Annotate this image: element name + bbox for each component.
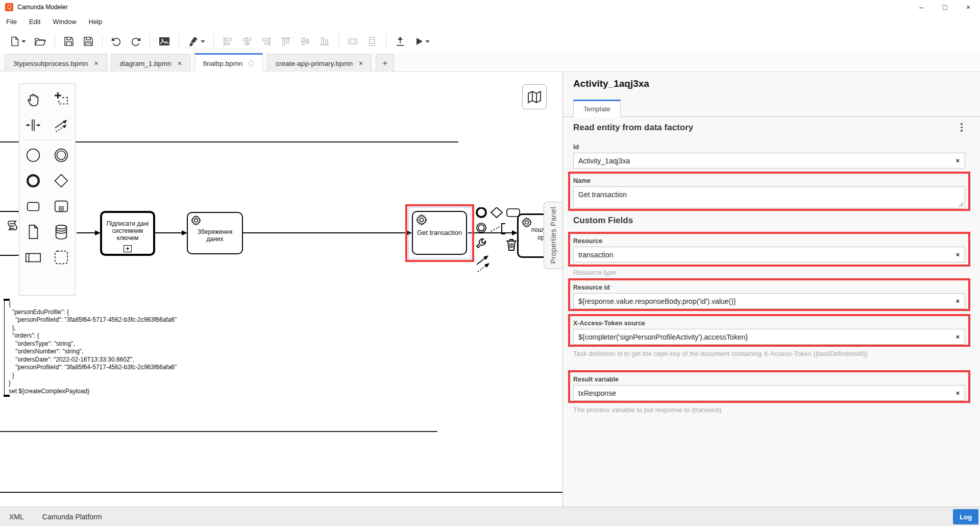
status-engine-platform[interactable]: Camunda Platform [42,513,102,521]
hand-tool[interactable] [19,87,47,112]
maximize-button[interactable]: □ [933,0,957,14]
save-icon[interactable] [61,34,77,49]
field-group-resource-highlighted: Resource transaction × [568,232,970,267]
append-text-annotation-icon[interactable] [491,224,505,234]
tab-3typessubprocess[interactable]: 3typessubprocess.bpmn × [5,54,107,72]
status-xml-toggle[interactable]: XML [9,513,24,521]
tab-create-app-primary[interactable]: create-app-primary.bpmn × [267,54,372,72]
global-connect-tool[interactable] [47,112,76,138]
new-tab-button[interactable]: + [376,54,394,72]
minimize-button[interactable]: – [910,0,933,14]
deploy-icon[interactable] [392,34,408,49]
token-source-input[interactable]: ${completer('signPersonProfileActivity')… [573,329,965,345]
space-tool[interactable] [19,112,47,138]
undo-icon[interactable] [108,34,125,49]
clear-icon[interactable]: × [955,389,960,397]
tab-close-icon[interactable]: × [94,59,98,67]
id-input[interactable]: Activity_1aqj3xa × [573,153,965,169]
create-intermediate-event[interactable] [47,142,76,168]
create-subprocess[interactable] [47,194,76,219]
close-button[interactable]: × [957,0,980,14]
create-task[interactable] [19,194,47,219]
format-brush-caret-icon [201,40,205,43]
save-as-icon[interactable] [80,34,96,49]
format-brush-icon[interactable] [185,34,208,49]
selection-highlight-red: Get transaction [405,204,474,262]
align-horizontal-middle-icon[interactable] [297,34,313,49]
task-label: Get transaction [413,229,466,236]
service-task-gear-icon [415,214,428,226]
properties-panel-toggle[interactable]: Properties Panel [544,202,562,269]
append-gateway-icon[interactable] [491,207,502,218]
resource-input[interactable]: transaction × [573,247,965,262]
task-get-transaction-selected[interactable]: Get transaction [412,211,467,255]
align-vertical-center-icon[interactable] [239,34,255,49]
result-variable-input[interactable]: txResponse × [573,385,965,401]
log-button[interactable]: Log [953,509,978,524]
change-type-wrench-icon[interactable] [477,239,485,248]
create-start-event[interactable] [19,142,47,168]
task-pidpysaty-dani[interactable]: Підписати дані системним ключем + [100,211,155,256]
create-end-event[interactable] [19,168,47,194]
element-id-heading: Activity_1aqj3xa [573,78,649,89]
create-data-store[interactable] [47,219,76,245]
create-gateway[interactable] [47,168,76,194]
template-menu-kebab-icon[interactable] [957,123,966,133]
menu-file[interactable]: File [6,18,17,26]
clear-icon[interactable]: × [955,251,960,258]
status-bar: XML Camunda Platform Log [0,507,980,526]
menu-edit[interactable]: Edit [29,18,40,26]
sequence-flows [0,72,562,507]
menu-window[interactable]: Window [53,18,76,26]
connect-tool-icon[interactable] [477,255,489,272]
task-zberezhennia-danykh[interactable]: Збереження даних [187,212,243,254]
tab-label: 3typessubprocess.bpmn [13,60,88,67]
new-file-caret-icon [21,40,26,43]
tab-diagram-1[interactable]: diagram_1.bpmn × [111,54,191,72]
create-participant[interactable] [19,245,47,270]
task-label-line: ключем [102,234,153,242]
resource-id-input[interactable]: ${response.value.responseBody.prop('id')… [573,293,965,309]
append-task-icon[interactable] [507,209,520,217]
tab-close-icon[interactable]: × [178,59,182,67]
title-bar: Camunda Modeler – □ × [0,0,980,14]
align-top-icon[interactable] [278,34,294,49]
new-file-icon[interactable] [7,34,29,49]
redo-icon[interactable] [128,34,144,49]
text-annotation[interactable]: { "personEduProfile": { "personProfileId… [9,300,177,395]
play-icon[interactable] [411,35,432,48]
bpmn-canvas[interactable]: Підписати дані системним ключем + Збереж… [0,72,562,507]
task-label-line: Підписати дані [102,220,153,227]
clear-icon[interactable]: × [955,157,960,164]
tab-close-icon[interactable]: × [359,59,363,67]
distribute-vertically-icon[interactable] [364,34,380,49]
open-folder-icon[interactable] [32,34,49,49]
name-textarea[interactable]: Get transaction [573,186,965,208]
minimap-toggle[interactable] [522,84,547,109]
palette-separator [22,140,72,140]
annotation-line: } [9,379,177,388]
create-group[interactable] [47,245,76,270]
align-bottom-icon[interactable] [316,34,333,49]
play-caret-icon [425,40,430,43]
align-left-icon[interactable] [219,34,236,49]
resize-handle-icon[interactable] [959,202,964,207]
field-label: X-Access-Token source [573,320,965,327]
lasso-tool[interactable] [47,87,76,112]
delete-trash-icon[interactable] [506,240,517,250]
create-data-object[interactable] [19,219,47,245]
tab-template[interactable]: Template [573,100,621,117]
append-end-event-icon[interactable] [477,208,486,217]
menu-help[interactable]: Help [89,18,103,26]
tab-label: diagram_1.bpmn [120,60,172,67]
tab-finalbp-active[interactable]: finalbp.bpmn [194,53,263,72]
distribute-horizontally-icon[interactable] [345,34,361,49]
append-intermediate-event-icon[interactable] [477,223,486,232]
properties-panel: Activity_1aqj3xa Template Read entity fr… [562,72,980,507]
export-image-icon[interactable] [156,34,173,49]
clear-icon[interactable]: × [955,297,960,305]
annotation-line: { [9,300,177,308]
align-right-icon[interactable] [258,34,275,49]
element-palette [19,83,76,296]
clear-icon[interactable]: × [955,333,960,341]
